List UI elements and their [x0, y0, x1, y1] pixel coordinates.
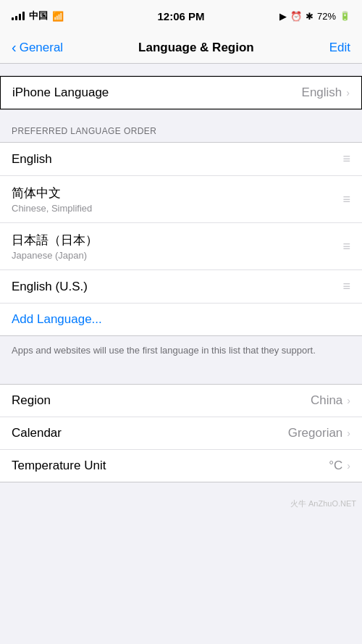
iphone-language-group: iPhone Language English ›	[0, 75, 362, 110]
edit-button[interactable]: Edit	[329, 41, 350, 55]
drag-handle[interactable]: ≡	[342, 279, 350, 294]
temperature-label: Temperature Unit	[12, 459, 106, 473]
preferred-language-section: PREFERRED LANGUAGE ORDER English ≡ 简体中文 …	[0, 126, 362, 368]
language-label: 日本語（日本）	[12, 232, 98, 248]
chevron-right-icon: ›	[347, 427, 350, 439]
region-label: Region	[12, 393, 51, 408]
language-sublabel: Japanese (Japan)	[12, 250, 98, 261]
preferred-section-header: PREFERRED LANGUAGE ORDER	[0, 126, 362, 142]
region-row[interactable]: Region China ›	[0, 385, 362, 417]
region-group: Region China › Calendar Gregorian › Temp…	[0, 384, 362, 482]
chevron-right-icon: ›	[346, 87, 350, 99]
drag-handle[interactable]: ≡	[342, 192, 350, 207]
list-item[interactable]: 简体中文 Chinese, Simplified ≡	[0, 176, 362, 223]
reorder-icon: ≡	[342, 151, 350, 167]
reorder-icon: ≡	[342, 239, 350, 254]
language-chinese: 简体中文 Chinese, Simplified	[12, 185, 92, 214]
calendar-row[interactable]: Calendar Gregorian ›	[0, 417, 362, 450]
list-item[interactable]: English ≡	[0, 143, 362, 176]
calendar-label: Calendar	[12, 426, 62, 440]
status-icons: ▶ ⏰ ✱ 72% 🔋	[279, 11, 350, 22]
page-title: Language & Region	[138, 41, 254, 55]
watermark: 火牛 AnZhuO.NET	[290, 498, 356, 509]
back-button[interactable]: ‹ General	[12, 39, 63, 56]
list-item[interactable]: English (U.S.) ≡	[0, 270, 362, 304]
region-section: Region China › Calendar Gregorian › Temp…	[0, 384, 362, 482]
region-value-container: China ›	[311, 393, 350, 408]
language-english-us: English (U.S.)	[12, 280, 88, 294]
calendar-value: Gregorian	[288, 426, 343, 440]
preferred-language-group: English ≡ 简体中文 Chinese, Simplified ≡ 日本語…	[0, 142, 362, 336]
bluetooth-icon: ✱	[306, 11, 313, 22]
add-language-row[interactable]: Add Language...	[0, 304, 362, 335]
signal-icon	[12, 12, 25, 20]
chevron-left-icon: ‹	[12, 39, 17, 56]
location-icon: ▶	[279, 11, 287, 22]
chevron-right-icon: ›	[347, 395, 350, 406]
iphone-language-row[interactable]: iPhone Language English ›	[0, 76, 362, 109]
status-bar: 中国 📶 12:06 PM ▶ ⏰ ✱ 72% 🔋	[0, 0, 362, 32]
back-label[interactable]: General	[20, 41, 63, 55]
language-label: English (U.S.)	[12, 280, 88, 294]
region-value: China	[311, 393, 342, 408]
language-label: 简体中文	[12, 185, 92, 201]
chevron-right-icon: ›	[347, 460, 350, 472]
list-item[interactable]: 日本語（日本） Japanese (Japan) ≡	[0, 223, 362, 270]
battery-text: 72%	[317, 11, 336, 22]
preferred-section-footer: Apps and websites will use the first lan…	[0, 336, 362, 368]
temperature-row[interactable]: Temperature Unit °C ›	[0, 450, 362, 482]
nav-bar: ‹ General Language & Region Edit	[0, 32, 362, 64]
iphone-language-value: English	[302, 85, 342, 100]
temperature-value: °C	[329, 459, 342, 473]
carrier-name: 中国	[29, 9, 48, 22]
iphone-language-section: iPhone Language English ›	[0, 75, 362, 110]
alarm-icon: ⏰	[290, 11, 302, 22]
language-japanese: 日本語（日本） Japanese (Japan)	[12, 232, 98, 261]
temperature-value-container: °C ›	[329, 459, 350, 473]
add-language-label[interactable]: Add Language...	[12, 312, 102, 327]
language-sublabel: Chinese, Simplified	[12, 203, 92, 214]
reorder-icon: ≡	[342, 192, 350, 207]
drag-handle[interactable]: ≡	[342, 151, 350, 167]
wifi-icon: 📶	[52, 11, 64, 22]
iphone-language-value-container: English ›	[302, 85, 350, 100]
status-time: 12:06 PM	[157, 10, 204, 22]
drag-handle[interactable]: ≡	[342, 239, 350, 254]
language-label: English	[12, 152, 52, 167]
battery-icon: 🔋	[340, 11, 350, 21]
language-english: English	[12, 152, 52, 167]
iphone-language-label: iPhone Language	[12, 85, 109, 100]
status-carrier: 中国 📶	[12, 9, 64, 22]
calendar-value-container: Gregorian ›	[288, 426, 350, 440]
reorder-icon: ≡	[342, 279, 350, 294]
